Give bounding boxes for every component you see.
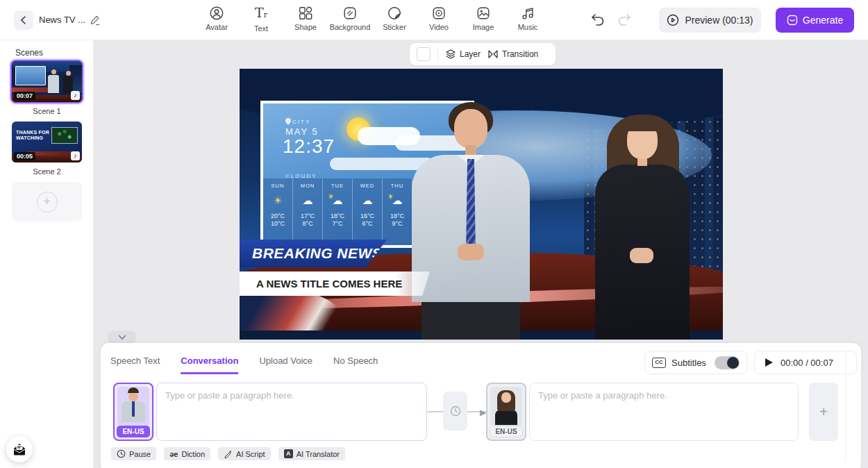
scene-1-duration: 00:07 (14, 92, 35, 100)
speaker-2-speech-input[interactable] (529, 383, 799, 441)
chevron-left-icon (19, 16, 28, 24)
project-title: News TV ... (39, 15, 85, 25)
scene-thumb-anchor (63, 71, 73, 93)
video-canvas[interactable]: CITY MAY 5 12:37 CLOUDY SUN☀20°C10°C MON… (240, 69, 723, 340)
scene-music-icon: ♪ (71, 91, 80, 100)
message-inbox-icon (12, 443, 26, 456)
preview-button[interactable]: Preview (00:13) (659, 8, 761, 33)
tool-image[interactable]: Image (462, 6, 504, 33)
tool-sticker[interactable]: Sticker (374, 6, 415, 33)
tool-label: Shape (294, 23, 317, 31)
scene-1-thumbnail[interactable]: 00:07 ♪ (12, 61, 82, 102)
playback-control[interactable]: 00:00 / 00:07 (754, 351, 857, 374)
image-icon (476, 6, 491, 21)
news-title-strip[interactable]: A NEWS TITLE COMES HERE (240, 271, 430, 296)
speaker-2-language-badge[interactable]: EN-US (490, 426, 523, 437)
redo-button[interactable] (617, 12, 632, 26)
ai-script-icon (224, 449, 233, 458)
transition-button[interactable]: Transition (487, 49, 538, 60)
tool-music[interactable]: Music (507, 6, 549, 33)
scene-2-duration: 00:05 (14, 152, 35, 160)
tab-upload-voice[interactable]: Upload Voice (259, 356, 312, 374)
pause-chip-button[interactable]: Pause (111, 447, 156, 460)
ai-translator-icon: A (284, 449, 293, 458)
ai-translator-chip-button[interactable]: A AI Translator (278, 447, 345, 460)
forecast-day: SUN☀20°C10°C (263, 178, 292, 245)
editor-workspace: Layer Transition CITY MAY (94, 40, 868, 468)
generate-icon (787, 15, 798, 26)
layer-label: Layer (460, 49, 481, 59)
speech-panel: Speech Text Conversation Upload Voice No… (101, 343, 861, 468)
canvas-toolbar: Layer Transition (410, 43, 556, 65)
tab-speech-text[interactable]: Speech Text (110, 356, 160, 374)
subtitles-label: Subtitles (671, 358, 709, 368)
scenes-sidebar: Scenes 00:07 ♪ Scene 1 THANKS FOR WATCHI… (0, 40, 94, 468)
generate-label: Generate (803, 15, 843, 26)
news-title-text: A NEWS TITLE COMES HERE (240, 278, 402, 290)
speaker-1-speech-input[interactable] (156, 383, 427, 441)
edit-title-icon[interactable] (89, 14, 101, 26)
back-button[interactable] (14, 10, 33, 30)
inter-speech-pause-button[interactable] (443, 392, 467, 431)
female-anchor-avatar[interactable] (584, 112, 702, 340)
chip-label: Pause (129, 450, 151, 458)
forecast-day: TUE☀☁18°C7°C (322, 178, 352, 245)
support-chat-button[interactable] (6, 436, 33, 462)
collapse-panel-button[interactable] (108, 331, 136, 343)
tool-label: Video (429, 23, 449, 31)
scene-thumb-weather (15, 66, 46, 85)
tool-label: Background (330, 23, 371, 31)
speaker-1-avatar (117, 387, 149, 426)
generate-button[interactable]: Generate (776, 8, 854, 33)
tab-no-speech[interactable]: No Speech (333, 356, 378, 374)
playback-time: 00:00 / 00:07 (781, 358, 833, 368)
chip-label: AI Translator (297, 450, 340, 458)
speaker-1-language-badge[interactable]: EN-US (117, 426, 150, 437)
add-speaker-button[interactable]: + (809, 383, 838, 441)
scene-2-name: Scene 2 (12, 167, 82, 176)
scenes-title: Scenes (15, 48, 43, 58)
subtitles-control: CC Subtitles (644, 351, 747, 374)
transition-icon (487, 49, 499, 60)
speaker-2-card[interactable]: EN-US (486, 383, 526, 441)
speaker-1-card[interactable]: EN-US (113, 383, 153, 441)
speech-option-chips: Pause əe Diction AI Script A AI Translat… (111, 447, 345, 460)
speech-tabs: Speech Text Conversation Upload Voice No… (110, 356, 378, 374)
preview-label: Preview (00:13) (685, 15, 753, 26)
background-color-swatch[interactable] (417, 47, 431, 61)
tool-shape[interactable]: Shape (285, 6, 326, 33)
tool-label: Text (254, 24, 268, 33)
subtitles-toggle[interactable] (715, 356, 740, 369)
clock-icon (117, 449, 126, 458)
tool-text[interactable]: Tr Text (240, 6, 282, 33)
avatar-icon (209, 6, 224, 21)
diction-icon: əe (169, 450, 178, 458)
tab-conversation[interactable]: Conversation (181, 356, 238, 374)
scene-2-thumbnail[interactable]: THANKS FOR WATCHING 00:05 ♪ (12, 122, 82, 162)
scene-2-card[interactable]: THANKS FOR WATCHING 00:05 ♪ Scene 2 (12, 122, 82, 176)
insert-tools: Avatar Tr Text Shape Background Sticker … (196, 6, 549, 33)
scene-thumb-anchor (48, 69, 59, 93)
diction-chip-button[interactable]: əe Diction (164, 447, 210, 460)
scene-1-card[interactable]: 00:07 ♪ Scene 1 (12, 61, 82, 115)
banner-text: BREAKING NEWS (240, 245, 382, 262)
music-icon (520, 6, 535, 21)
tool-video[interactable]: Video (418, 6, 460, 33)
scene-thumb-screen (51, 127, 78, 144)
sticker-icon (387, 6, 402, 21)
scene-2-text: THANKS FOR WATCHING (16, 130, 49, 141)
breaking-news-banner[interactable]: BREAKING NEWS (240, 240, 387, 267)
transition-label: Transition (502, 49, 538, 59)
forecast-day: WED☁16°C6°C (352, 178, 382, 245)
undo-button[interactable] (590, 12, 606, 26)
ai-script-chip-button[interactable]: AI Script (218, 447, 271, 460)
male-anchor-avatar[interactable] (405, 102, 537, 340)
chip-label: Diction (181, 450, 205, 458)
tool-background[interactable]: Background (329, 6, 371, 33)
add-scene-button[interactable]: + (12, 182, 82, 222)
divider (845, 350, 846, 461)
layer-button[interactable]: Layer (445, 49, 481, 60)
play-icon (765, 358, 774, 367)
shape-icon (298, 6, 313, 21)
tool-avatar[interactable]: Avatar (196, 6, 237, 33)
